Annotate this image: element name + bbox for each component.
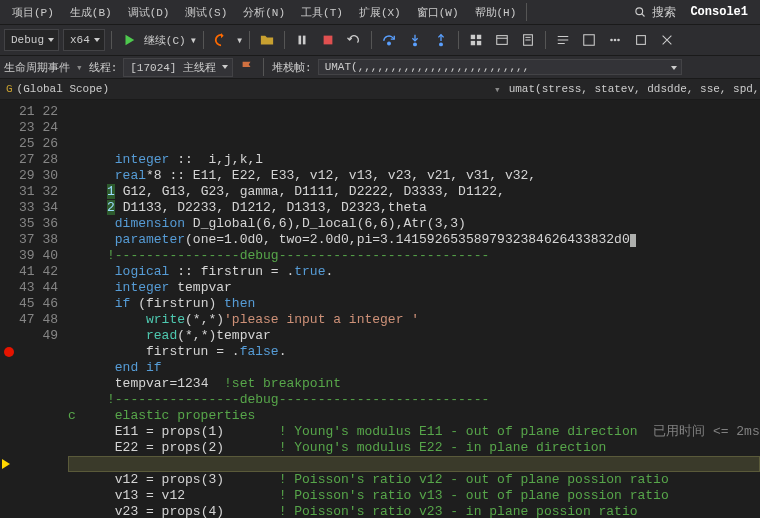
- svg-point-7: [440, 43, 443, 46]
- code-area[interactable]: integer :: i,j,k,l real*8 :: E11, E22, E…: [68, 100, 760, 518]
- menu-ext[interactable]: 扩展(X): [351, 3, 409, 22]
- menu-test[interactable]: 测试(S): [177, 3, 235, 22]
- toolbar-btn-d[interactable]: [552, 29, 574, 51]
- svg-line-1: [642, 14, 645, 17]
- breakpoint-gutter[interactable]: [0, 100, 18, 518]
- thread-dropdown[interactable]: [17024] 主线程: [123, 58, 233, 77]
- toolbar-btn-e[interactable]: [578, 29, 600, 51]
- svg-rect-9: [477, 35, 481, 39]
- svg-point-18: [610, 39, 613, 42]
- editor[interactable]: 21 22 23 24 25 26 27 28 29 30 31 32 33 3…: [0, 100, 760, 518]
- line-numbers: 21 22 23 24 25 26 27 28 29 30 31 32 33 3…: [18, 100, 68, 518]
- svg-rect-10: [471, 41, 475, 45]
- menu-project[interactable]: 项目(P): [4, 3, 62, 22]
- breakpoint-icon[interactable]: [4, 347, 14, 357]
- separator: [203, 31, 204, 49]
- platform-dropdown[interactable]: x64: [63, 29, 105, 51]
- separator: [284, 31, 285, 49]
- svg-rect-12: [497, 36, 508, 45]
- svg-rect-8: [471, 35, 475, 39]
- menu-window[interactable]: 窗口(W): [409, 3, 467, 22]
- lifecycle-label: 生命周期事件: [4, 60, 70, 75]
- menu-debug[interactable]: 调试(D): [120, 3, 178, 22]
- search-icon: [634, 6, 646, 18]
- toolbar-btn-a[interactable]: [465, 29, 487, 51]
- svg-point-20: [617, 39, 620, 42]
- svg-point-19: [614, 39, 617, 42]
- restart-button[interactable]: [343, 29, 365, 51]
- svg-point-0: [636, 8, 643, 15]
- config-dropdown[interactable]: Debug: [4, 29, 59, 51]
- scope-bar: G (Global Scope) ▾ umat(stress, statev, …: [0, 79, 760, 100]
- svg-rect-2: [299, 36, 302, 45]
- toolbar-btn-g[interactable]: [630, 29, 652, 51]
- toolbar-btn-h[interactable]: [656, 29, 678, 51]
- toolbar-btn-b[interactable]: [491, 29, 513, 51]
- pause-button[interactable]: [291, 29, 313, 51]
- separator: [526, 3, 527, 21]
- toolbar: Debug x64 继续(C) ▾ ▾: [0, 25, 760, 56]
- menu-analyze[interactable]: 分析(N): [235, 3, 293, 22]
- console-label[interactable]: Console1: [682, 3, 756, 21]
- step-over-button[interactable]: [378, 29, 400, 51]
- separator: [111, 31, 112, 49]
- toolbar-btn-c[interactable]: [517, 29, 539, 51]
- svg-point-5: [388, 42, 391, 45]
- thread-bar: 生命周期事件▾ 线程: [17024] 主线程 堆栈帧: UMAT(,,,,,,…: [0, 56, 760, 79]
- separator: [371, 31, 372, 49]
- step-into-button[interactable]: [404, 29, 426, 51]
- search-area[interactable]: 搜索 Console1: [634, 3, 756, 21]
- svg-rect-3: [303, 36, 306, 45]
- menu-tools[interactable]: 工具(T): [293, 3, 351, 22]
- separator: [545, 31, 546, 49]
- scope-function[interactable]: ▾ umat(stress, statev, ddsdde, sse, spd,…: [488, 81, 760, 98]
- open-file-button[interactable]: [256, 29, 278, 51]
- separator: [458, 31, 459, 49]
- svg-rect-21: [637, 36, 646, 45]
- hot-reload-button[interactable]: [210, 29, 232, 51]
- search-label: 搜索: [652, 4, 676, 21]
- separator: [249, 31, 250, 49]
- stackframe-label: 堆栈帧:: [272, 60, 312, 75]
- step-out-button[interactable]: [430, 29, 452, 51]
- current-line-arrow: [2, 459, 10, 469]
- stop-button[interactable]: [317, 29, 339, 51]
- separator: [263, 58, 264, 76]
- thread-label: 线程:: [89, 60, 118, 75]
- svg-rect-11: [477, 41, 481, 45]
- svg-rect-4: [324, 36, 333, 45]
- svg-rect-17: [584, 35, 595, 46]
- menu-help[interactable]: 帮助(H): [467, 3, 525, 22]
- menu-bar: 项目(P) 生成(B) 调试(D) 测试(S) 分析(N) 工具(T) 扩展(X…: [0, 0, 760, 25]
- stackframe-dropdown[interactable]: UMAT(,,,,,,,,,,,,,,,,,,,,,,,,,,: [318, 59, 682, 75]
- highlighted-line: [68, 456, 760, 472]
- scope-global[interactable]: G (Global Scope): [0, 81, 115, 97]
- svg-point-6: [414, 43, 417, 46]
- toolbar-btn-f[interactable]: [604, 29, 626, 51]
- continue-button[interactable]: [118, 29, 140, 51]
- continue-label[interactable]: 继续(C): [144, 33, 186, 48]
- flag-icon[interactable]: [239, 59, 255, 75]
- menu-build[interactable]: 生成(B): [62, 3, 120, 22]
